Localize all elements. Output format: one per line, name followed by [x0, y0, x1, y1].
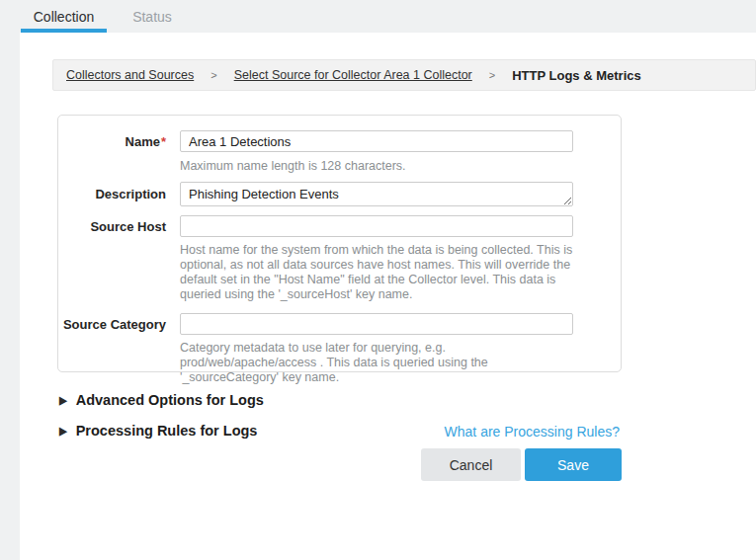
description-input[interactable]: Phishing Detection Events	[180, 182, 573, 206]
tab-status[interactable]: Status	[126, 0, 178, 33]
breadcrumb-separator-icon: >	[489, 69, 495, 81]
name-label-text: Name	[126, 134, 160, 149]
description-label: Description	[58, 187, 166, 201]
name-label: Name*	[58, 134, 166, 149]
breadcrumb-link-select-source[interactable]: Select Source for Collector Area 1 Colle…	[234, 68, 472, 82]
source-config-panel: Name* Maximum name length is 128 charact…	[57, 115, 622, 372]
cancel-button[interactable]: Cancel	[421, 448, 521, 481]
source-host-input[interactable]	[180, 215, 573, 237]
required-asterisk: *	[161, 134, 166, 149]
breadcrumb-separator-icon: >	[210, 69, 216, 81]
advanced-options-toggle[interactable]: ▶ Advanced Options for Logs	[59, 392, 264, 408]
source-category-help-text: Category metadata to use later for query…	[180, 341, 577, 385]
what-are-processing-rules-link[interactable]: What are Processing Rules?	[445, 424, 620, 440]
breadcrumb-link-collectors-and-sources[interactable]: Collectors and Sources	[66, 68, 194, 82]
name-help-text: Maximum name length is 128 characters.	[180, 159, 575, 174]
breadcrumb: Collectors and Sources > Select Source f…	[52, 59, 756, 91]
advanced-options-label: Advanced Options for Logs	[76, 392, 264, 408]
source-host-help-text: Host name for the system from which the …	[180, 243, 573, 302]
name-input[interactable]	[180, 130, 573, 152]
source-category-label: Source Category	[58, 317, 166, 332]
source-category-input[interactable]	[180, 313, 573, 335]
collapsed-triangle-icon: ▶	[59, 425, 67, 437]
save-button[interactable]: Save	[525, 448, 622, 481]
processing-rules-label: Processing Rules for Logs	[76, 423, 258, 439]
processing-rules-toggle[interactable]: ▶ Processing Rules for Logs	[59, 423, 257, 439]
source-host-label: Source Host	[58, 219, 166, 234]
collapsed-triangle-icon: ▶	[59, 394, 67, 406]
top-tab-bar: Collection Status	[0, 0, 756, 33]
breadcrumb-current-page: HTTP Logs & Metrics	[512, 68, 641, 83]
